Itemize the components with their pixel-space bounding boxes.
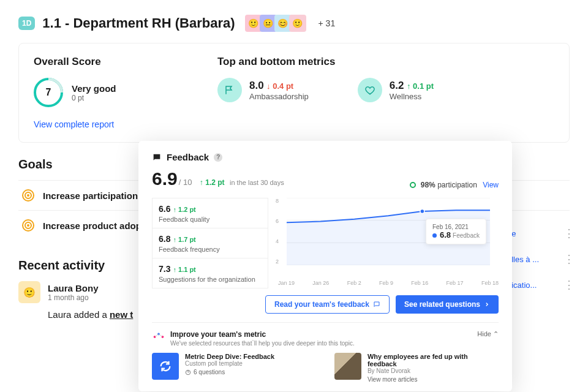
list-item[interactable]: ee⋮ bbox=[507, 221, 575, 246]
overall-score-label: Very good bbox=[72, 83, 116, 94]
help-icon bbox=[185, 369, 191, 375]
y-tick: 2 bbox=[276, 258, 279, 265]
chevron-up-icon: ⌃ bbox=[493, 330, 499, 337]
metric-name: Ambassadorship bbox=[249, 92, 309, 101]
list-item[interactable]: elles à ...⋮ bbox=[507, 246, 575, 272]
more-icon[interactable]: ⋮ bbox=[564, 228, 575, 239]
avatar-stack[interactable]: 🙂 😐 😊 🙂 bbox=[247, 15, 306, 32]
avatar-overflow-count[interactable]: + 31 bbox=[318, 18, 336, 28]
activity-link[interactable]: new t bbox=[110, 309, 133, 320]
svg-point-2 bbox=[28, 195, 29, 196]
metric-ambassadorship[interactable]: 8.0 ↓ 0.4 pt Ambassadorship bbox=[217, 78, 309, 102]
help-icon[interactable]: ? bbox=[214, 153, 222, 162]
svg-point-5 bbox=[28, 225, 29, 226]
chat-icon bbox=[373, 301, 380, 308]
goal-label: Increase product adop bbox=[43, 221, 141, 231]
metric-delta-down: ↓ 0.4 pt bbox=[266, 81, 293, 91]
chart-tooltip: Feb 16, 2021 6.8Feedback bbox=[426, 219, 486, 244]
heart-icon bbox=[358, 78, 382, 102]
hide-toggle[interactable]: Hide ⌃ bbox=[477, 330, 499, 338]
article-thumbnail bbox=[334, 353, 361, 380]
header-badge: 1D bbox=[18, 17, 35, 30]
avatar: 🙂 bbox=[18, 281, 40, 303]
submetric-item[interactable]: 6.6↑ 1.2 ptFeedback quality bbox=[152, 198, 268, 228]
metric-wellness[interactable]: 6.2 ↑ 0.1 pt Wellness bbox=[358, 78, 434, 102]
chat-icon bbox=[152, 153, 162, 162]
y-tick: 8 bbox=[276, 198, 279, 204]
improve-subtitle: We've selected resources that`ll help yo… bbox=[170, 340, 355, 347]
progress-ring-icon bbox=[410, 182, 416, 188]
overall-score-ring: 7 bbox=[34, 78, 63, 107]
feedback-change: ↑ 1.2 pt bbox=[200, 178, 225, 187]
more-icon[interactable]: ⋮ bbox=[564, 254, 575, 265]
feedback-title: Feedback bbox=[167, 152, 209, 162]
dot-icon bbox=[432, 233, 437, 238]
participation: 98% participation View bbox=[410, 181, 499, 189]
participation-view-link[interactable]: View bbox=[483, 181, 499, 189]
metrics-title: Top and bottom metrics bbox=[217, 56, 554, 68]
goal-label: Increase participation bbox=[43, 190, 138, 201]
view-report-link[interactable]: View complete report bbox=[34, 119, 114, 129]
avatar: 🙂 bbox=[289, 15, 306, 32]
related-questions-button[interactable]: See related questions bbox=[396, 295, 499, 314]
list-item[interactable]: nicatio...⋮ bbox=[507, 272, 575, 298]
overall-score-title: Overall Score bbox=[34, 56, 181, 68]
read-feedback-button[interactable]: Read your team's feedback bbox=[265, 295, 390, 314]
activity-time: 1 month ago bbox=[48, 293, 99, 302]
resource-meta-link[interactable]: View more articles bbox=[368, 376, 499, 383]
more-icon[interactable]: ⋮ bbox=[564, 279, 575, 290]
resource-title: Why employees are fed up with feedback bbox=[368, 353, 499, 368]
improve-section: Improve your team's metric We've selecte… bbox=[152, 322, 499, 383]
refresh-icon bbox=[152, 353, 179, 380]
target-icon bbox=[21, 218, 36, 233]
chevron-right-icon bbox=[484, 301, 490, 307]
metric-delta-up: ↑ 0.1 pt bbox=[407, 81, 434, 91]
activity-user[interactable]: Laura Bony bbox=[48, 283, 99, 293]
y-tick: 6 bbox=[276, 218, 279, 224]
svg-point-10 bbox=[420, 209, 424, 214]
page-header: 1D 1.1 - Department RH (Barbara) 🙂 😐 😊 🙂… bbox=[18, 15, 570, 32]
improve-title: Improve your team's metric bbox=[170, 330, 355, 339]
y-tick: 4 bbox=[276, 238, 279, 244]
metric-value: 6.2 bbox=[390, 80, 404, 91]
overall-score-delta: 0 pt bbox=[72, 94, 116, 102]
resource-meta: 6 questions bbox=[185, 369, 274, 375]
page-title: 1.1 - Department RH (Barbara) bbox=[42, 15, 235, 31]
nodes-icon bbox=[152, 330, 165, 344]
feedback-panel: Feedback ? 6.9/ 10 ↑ 1.2 pt in the last … bbox=[138, 141, 512, 391]
feedback-period: in the last 30 days bbox=[230, 179, 284, 186]
tooltip-date: Feb 16, 2021 bbox=[432, 224, 480, 230]
feedback-score: 6.9 bbox=[152, 168, 178, 189]
submetric-item[interactable]: 6.8↑ 1.7 ptFeedback frequency bbox=[152, 228, 268, 258]
submetric-item[interactable]: 7.3↑ 1.1 ptSuggestions for the organizat… bbox=[152, 258, 268, 288]
x-axis-labels: Jan 19Jan 26Feb 2Feb 9Feb 16Feb 17Feb 18 bbox=[278, 280, 499, 286]
target-icon bbox=[21, 188, 36, 203]
metric-name: Wellness bbox=[390, 92, 434, 101]
flag-icon bbox=[217, 78, 242, 102]
submetric-list: 6.6↑ 1.2 ptFeedback quality 6.8↑ 1.7 ptF… bbox=[152, 198, 268, 288]
side-list: ee⋮ elles à ...⋮ nicatio...⋮ bbox=[507, 221, 575, 298]
resource-subtitle: By Nate Dvorak bbox=[368, 368, 499, 374]
resource-item[interactable]: Metric Deep Dive: Feedback Custom poll t… bbox=[152, 353, 316, 383]
feedback-chart[interactable]: 8 6 4 2 Feb 16, 2021 6.8Feedback bbox=[278, 198, 499, 277]
resource-title: Metric Deep Dive: Feedback bbox=[185, 353, 274, 360]
overview-card: Overall Score 7 Very good 0 pt View comp… bbox=[18, 43, 570, 143]
metric-value: 8.0 bbox=[249, 80, 264, 91]
resource-item[interactable]: Why employees are fed up with feedback B… bbox=[334, 353, 499, 383]
feedback-outof: / 10 bbox=[179, 178, 192, 187]
resource-subtitle: Custom poll template bbox=[185, 360, 274, 367]
